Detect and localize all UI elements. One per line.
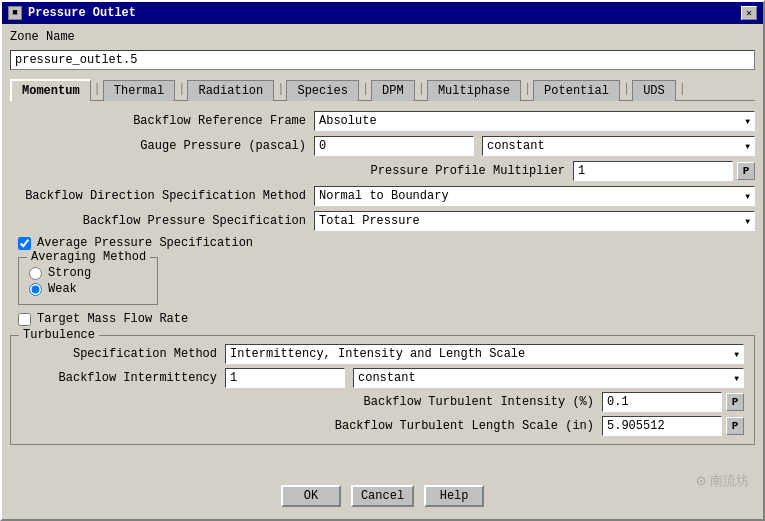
spec-method-dropdown[interactable]: Intermittency, Intensity and Length Scal… xyxy=(225,344,744,364)
radio-weak-label: Weak xyxy=(48,282,77,296)
backflow-intermittency-input[interactable] xyxy=(225,368,345,388)
turbulent-intensity-row: Backflow Turbulent Intensity (%) P xyxy=(21,392,744,412)
tab-bar: Momentum | Thermal | Radiation | Species… xyxy=(10,78,755,101)
spec-method-arrow-icon: ▼ xyxy=(734,350,739,359)
button-row: OK Cancel Help ⊙ 南流坊 xyxy=(10,477,755,513)
pressure-profile-multiplier-input[interactable] xyxy=(573,161,733,181)
radio-strong[interactable] xyxy=(29,267,42,280)
tab-multiphase[interactable]: Multiphase xyxy=(427,80,521,101)
avg-pressure-checkbox[interactable] xyxy=(18,237,31,250)
target-mass-flow-label: Target Mass Flow Rate xyxy=(37,312,188,326)
window-body: Zone Name Momentum | Thermal | Radiation… xyxy=(2,24,763,519)
avg-pressure-row: Average Pressure Specification xyxy=(18,236,755,250)
target-mass-flow-checkbox[interactable] xyxy=(18,313,31,326)
pressure-profile-multiplier-row: Pressure Profile Multiplier P xyxy=(10,161,755,181)
radio-strong-label: Strong xyxy=(48,266,91,280)
close-button[interactable]: ✕ xyxy=(741,6,757,20)
avg-pressure-label: Average Pressure Specification xyxy=(37,236,253,250)
backflow-reference-frame-label: Backflow Reference Frame xyxy=(133,114,306,128)
averaging-method-title: Averaging Method xyxy=(27,250,150,264)
turbulent-intensity-label: Backflow Turbulent Intensity (%) xyxy=(364,395,594,409)
tab-species[interactable]: Species xyxy=(286,80,358,101)
gauge-pressure-label: Gauge Pressure (pascal) xyxy=(140,139,306,153)
length-scale-p-button[interactable]: P xyxy=(726,417,744,435)
radio-weak[interactable] xyxy=(29,283,42,296)
turbulent-intensity-input[interactable] xyxy=(602,392,722,412)
backflow-intermittency-row: Backflow Intermittency constant ▼ xyxy=(21,368,744,388)
radio-strong-row: Strong xyxy=(29,266,147,280)
length-scale-row: Backflow Turbulent Length Scale (in) P xyxy=(21,416,744,436)
backflow-pressure-row: Backflow Pressure Specification Total Pr… xyxy=(10,211,755,231)
radio-weak-row: Weak xyxy=(29,282,147,296)
turbulent-intensity-p-button[interactable]: P xyxy=(726,393,744,411)
dropdown-arrow-icon3: ▼ xyxy=(745,192,750,201)
title-bar: ■ Pressure Outlet ✕ xyxy=(2,2,763,24)
watermark-text: 南流坊 xyxy=(710,472,749,490)
pressure-profile-p-button[interactable]: P xyxy=(737,162,755,180)
watermark-icon: ⊙ xyxy=(696,471,706,491)
spec-method-label: Specification Method xyxy=(73,347,217,361)
backflow-pressure-label: Backflow Pressure Specification xyxy=(83,214,306,228)
ok-button[interactable]: OK xyxy=(281,485,341,507)
window-icon: ■ xyxy=(8,6,22,20)
intermittency-arrow-icon: ▼ xyxy=(734,374,739,383)
backflow-intermittency-label: Backflow Intermittency xyxy=(59,371,217,385)
backflow-direction-dropdown[interactable]: Normal to Boundary ▼ xyxy=(314,186,755,206)
turbulence-group: Turbulence Specification Method Intermit… xyxy=(10,335,755,445)
backflow-reference-frame-row: Backflow Reference Frame Absolute ▼ xyxy=(10,111,755,131)
tab-thermal[interactable]: Thermal xyxy=(103,80,175,101)
target-mass-flow-row: Target Mass Flow Rate xyxy=(18,312,755,326)
zone-name-input[interactable] xyxy=(10,50,755,70)
backflow-intermittency-method-dropdown[interactable]: constant ▼ xyxy=(353,368,744,388)
dropdown-arrow-icon4: ▼ xyxy=(745,217,750,226)
help-button[interactable]: Help xyxy=(424,485,484,507)
pressure-profile-multiplier-label: Pressure Profile Multiplier xyxy=(371,164,565,178)
window-title: Pressure Outlet xyxy=(28,6,136,20)
zone-name-label: Zone Name xyxy=(10,30,755,44)
gauge-pressure-method-dropdown[interactable]: constant ▼ xyxy=(482,136,755,156)
averaging-method-group: Averaging Method Strong Weak xyxy=(18,257,158,305)
turbulence-title: Turbulence xyxy=(19,328,99,342)
tab-momentum[interactable]: Momentum xyxy=(10,79,91,101)
length-scale-input[interactable] xyxy=(602,416,722,436)
gauge-pressure-row: Gauge Pressure (pascal) constant ▼ xyxy=(10,136,755,156)
spec-method-row: Specification Method Intermittency, Inte… xyxy=(21,344,744,364)
backflow-reference-frame-dropdown[interactable]: Absolute ▼ xyxy=(314,111,755,131)
gauge-pressure-input[interactable] xyxy=(314,136,474,156)
length-scale-label: Backflow Turbulent Length Scale (in) xyxy=(335,419,594,433)
form-area: Backflow Reference Frame Absolute ▼ Gaug… xyxy=(10,111,755,473)
tab-radiation[interactable]: Radiation xyxy=(187,80,274,101)
backflow-direction-row: Backflow Direction Specification Method … xyxy=(10,186,755,206)
tab-uds[interactable]: UDS xyxy=(632,80,676,101)
dropdown-arrow-icon2: ▼ xyxy=(745,142,750,151)
pressure-outlet-window: ■ Pressure Outlet ✕ Zone Name Momentum |… xyxy=(0,0,765,521)
tab-potential[interactable]: Potential xyxy=(533,80,620,101)
backflow-direction-label: Backflow Direction Specification Method xyxy=(25,189,306,203)
dropdown-arrow-icon: ▼ xyxy=(745,117,750,126)
tab-dpm[interactable]: DPM xyxy=(371,80,415,101)
backflow-pressure-dropdown[interactable]: Total Pressure ▼ xyxy=(314,211,755,231)
cancel-button[interactable]: Cancel xyxy=(351,485,414,507)
